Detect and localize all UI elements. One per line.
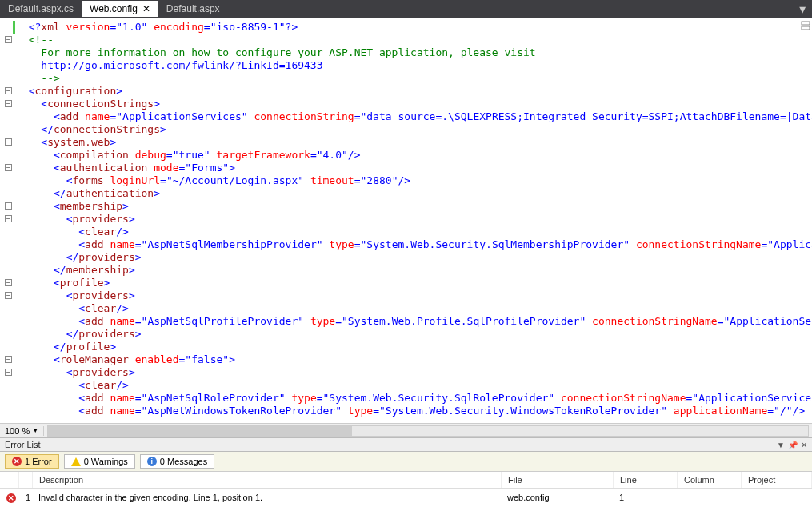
- code-line[interactable]: <add name="ApplicationServices" connecti…: [16, 110, 812, 123]
- col-num[interactable]: [19, 472, 33, 488]
- code-line[interactable]: </membership>: [16, 264, 812, 277]
- code-line[interactable]: <forms loginUrl="~/Account/Login.aspx" t…: [16, 174, 812, 187]
- fold-icon[interactable]: −: [5, 87, 12, 94]
- error-filter-bar: ✕ 1 Error 0 Warnings i 0 Messages: [0, 452, 812, 472]
- code-line[interactable]: -->: [16, 72, 812, 85]
- error-list-title: Error List: [5, 440, 41, 449]
- code-line[interactable]: <providers>: [16, 213, 812, 226]
- dropdown-icon[interactable]: ▼: [777, 441, 785, 449]
- fold-icon[interactable]: −: [5, 369, 12, 376]
- error-list-header[interactable]: Error List ▼ 📌 ✕: [0, 437, 812, 452]
- col-column[interactable]: Column: [678, 472, 742, 488]
- close-icon[interactable]: ✕: [142, 3, 150, 14]
- svg-rect-0: [802, 22, 810, 25]
- col-line[interactable]: Line: [614, 472, 678, 488]
- fold-icon[interactable]: −: [5, 215, 12, 222]
- horizontal-scrollbar[interactable]: [47, 425, 809, 437]
- info-icon: i: [147, 457, 157, 466]
- code-line[interactable]: </authentication>: [16, 187, 812, 200]
- zoom-level[interactable]: 100 %▼: [0, 426, 44, 436]
- fold-icon[interactable]: −: [5, 36, 12, 43]
- fold-icon[interactable]: −: [5, 279, 12, 286]
- error-list-table: Description File Line Column Project ✕1I…: [0, 472, 812, 507]
- split-view-icon[interactable]: [801, 21, 810, 30]
- code-line[interactable]: For more information on how to configure…: [16, 46, 812, 59]
- error-column: [677, 491, 741, 505]
- code-line[interactable]: <add name="AspNetSqlProfileProvider" typ…: [16, 315, 812, 328]
- tab-bar: Default.aspx.csWeb.config✕Default.aspx▼: [0, 0, 812, 18]
- fold-icon[interactable]: −: [5, 202, 12, 210]
- fold-icon[interactable]: −: [5, 292, 12, 299]
- error-icon: ✕: [6, 493, 16, 503]
- code-line[interactable]: </connectionStrings>: [16, 123, 812, 136]
- close-icon[interactable]: ✕: [801, 441, 807, 449]
- code-line[interactable]: <roleManager enabled="false">: [16, 353, 812, 366]
- editor-status-bar: 100 %▼: [0, 423, 812, 437]
- svg-rect-1: [802, 26, 810, 30]
- code-line[interactable]: <profile>: [16, 277, 812, 289]
- code-line[interactable]: <add name="AspNetWindowsTokenRoleProvide…: [16, 405, 812, 417]
- tab-web-config[interactable]: Web.config✕: [82, 1, 158, 17]
- fold-icon[interactable]: −: [5, 100, 12, 107]
- error-line: 1: [613, 491, 677, 505]
- code-line[interactable]: <membership>: [16, 200, 812, 213]
- error-table-header[interactable]: Description File Line Column Project: [0, 472, 812, 489]
- errors-filter-button[interactable]: ✕ 1 Error: [5, 454, 59, 469]
- warning-icon: [71, 457, 81, 466]
- warnings-count-label: 0 Warnings: [84, 457, 128, 466]
- zoom-label: 100 %: [5, 426, 30, 436]
- change-marker: [13, 21, 15, 34]
- code-line[interactable]: <providers>: [16, 289, 812, 302]
- editor-wrap: <?xml version="1.0" encoding="iso-8859-1…: [0, 18, 812, 437]
- scrollbar-thumb[interactable]: [48, 426, 352, 436]
- chevron-down-icon: ▼: [32, 427, 38, 434]
- error-num: 1: [19, 491, 32, 505]
- error-row[interactable]: ✕1Invalid character in the given encodin…: [0, 489, 812, 507]
- warnings-filter-button[interactable]: 0 Warnings: [64, 454, 135, 469]
- tabs-overflow-icon[interactable]: ▼: [793, 3, 812, 15]
- code-editor[interactable]: <?xml version="1.0" encoding="iso-8859-1…: [0, 18, 812, 423]
- error-description: Invalid character in the given encoding.…: [32, 491, 501, 505]
- code-line[interactable]: <add name="AspNetSqlRoleProvider" type="…: [16, 392, 812, 405]
- error-project: [741, 491, 812, 505]
- code-line[interactable]: <connectionStrings>: [16, 98, 812, 110]
- col-project[interactable]: Project: [742, 472, 812, 488]
- code-line[interactable]: http://go.microsoft.com/fwlink/?LinkId=1…: [16, 59, 812, 72]
- tab-default-aspx-cs[interactable]: Default.aspx.cs: [0, 1, 82, 17]
- code-line[interactable]: <system.web>: [16, 136, 812, 149]
- col-file[interactable]: File: [502, 472, 614, 488]
- error-icon: ✕: [12, 457, 22, 466]
- code-line[interactable]: </profile>: [16, 341, 812, 353]
- code-line[interactable]: <clear/>: [16, 226, 812, 238]
- errors-count-label: 1 Error: [25, 457, 52, 466]
- code-line[interactable]: <configuration>: [16, 85, 812, 98]
- messages-count-label: 0 Messages: [160, 457, 207, 466]
- code-line[interactable]: <!--: [16, 34, 812, 46]
- code-line[interactable]: <compilation debug="true" targetFramewor…: [16, 149, 812, 162]
- code-line[interactable]: <providers>: [16, 366, 812, 379]
- fold-icon[interactable]: −: [5, 356, 12, 363]
- pin-icon[interactable]: 📌: [788, 441, 798, 449]
- messages-filter-button[interactable]: i 0 Messages: [140, 454, 214, 469]
- code-line[interactable]: <authentication mode="Forms">: [16, 162, 812, 174]
- col-description[interactable]: Description: [33, 472, 502, 488]
- code-line[interactable]: <?xml version="1.0" encoding="iso-8859-1…: [16, 21, 812, 34]
- error-file: web.config: [501, 491, 613, 505]
- tab-default-aspx[interactable]: Default.aspx: [158, 1, 228, 17]
- fold-icon[interactable]: −: [5, 164, 12, 171]
- code-line[interactable]: <clear/>: [16, 302, 812, 315]
- col-icon[interactable]: [0, 472, 19, 488]
- code-line[interactable]: </providers>: [16, 251, 812, 264]
- code-line[interactable]: <add name="AspNetSqlMembershipProvider" …: [16, 238, 812, 251]
- code-line[interactable]: </providers>: [16, 328, 812, 341]
- code-line[interactable]: <clear/>: [16, 379, 812, 392]
- fold-icon[interactable]: −: [5, 138, 12, 146]
